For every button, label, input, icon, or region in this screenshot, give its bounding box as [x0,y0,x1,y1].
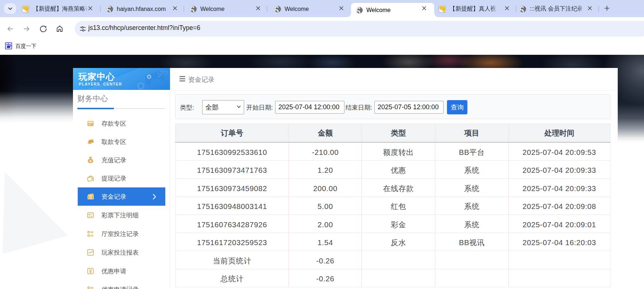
svg-text:¥: ¥ [89,159,91,163]
